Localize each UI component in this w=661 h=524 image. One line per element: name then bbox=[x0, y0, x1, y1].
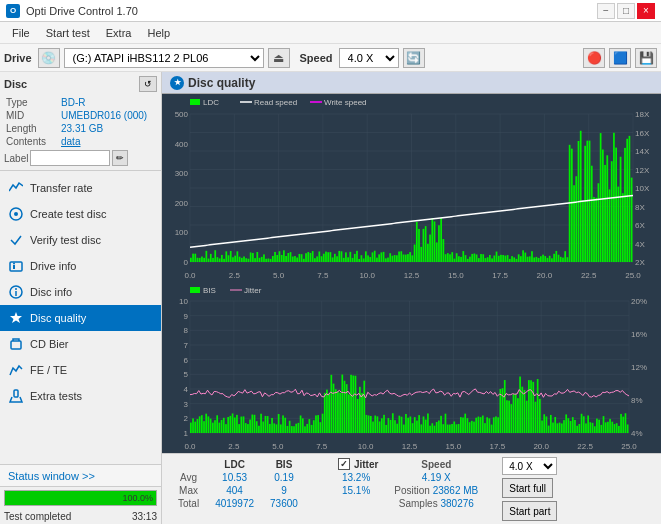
window-controls: − □ × bbox=[597, 3, 655, 19]
drive-label: Drive bbox=[4, 52, 32, 64]
svg-rect-9 bbox=[11, 341, 21, 349]
samples-section: Samples 380276 bbox=[386, 497, 486, 510]
disc-mid-value: UMEBDR016 (000) bbox=[59, 109, 157, 122]
disc-length-label: Length bbox=[4, 122, 59, 135]
maximize-button[interactable]: □ bbox=[617, 3, 635, 19]
sidebar-item-cd-bier[interactable]: CD Bier bbox=[0, 331, 161, 357]
disc-info-icon bbox=[8, 284, 24, 300]
sidebar-item-create-test-disc[interactable]: Create test disc bbox=[0, 201, 161, 227]
svg-point-1 bbox=[14, 212, 18, 216]
create-test-disc-icon bbox=[8, 206, 24, 222]
stats-table: LDC BIS ✓ Jitter Speed Avg 10.5 bbox=[170, 457, 486, 510]
sidebar-item-extra-tests[interactable]: Extra tests bbox=[0, 383, 161, 409]
sidebar-label-transfer-rate: Transfer rate bbox=[30, 182, 93, 194]
svg-point-4 bbox=[13, 263, 15, 265]
toolbar: Drive 💿 (G:) ATAPI iHBS112 2 PL06 ⏏ Spee… bbox=[0, 44, 661, 72]
pos-section: Position 23862 MB bbox=[386, 484, 486, 497]
disc-table: Type BD-R MID UMEBDR016 (000) Length 23.… bbox=[4, 96, 157, 148]
disc-length-row: Length 23.31 GB bbox=[4, 122, 157, 135]
sidebar-item-drive-info[interactable]: Drive info bbox=[0, 253, 161, 279]
sidebar-item-fe-te[interactable]: FE / TE bbox=[0, 357, 161, 383]
sidebar-label-extra-tests: Extra tests bbox=[30, 390, 82, 402]
jitter-checkbox[interactable]: ✓ bbox=[338, 458, 350, 470]
avg-label: Avg bbox=[170, 471, 207, 484]
refresh-button[interactable]: 🔄 bbox=[403, 48, 425, 68]
disc-quality-header: ★ Disc quality bbox=[162, 72, 661, 94]
fe-te-icon bbox=[8, 362, 24, 378]
app-logo: O bbox=[6, 4, 20, 18]
sidebar-label-cd-bier: CD Bier bbox=[30, 338, 69, 350]
disc-panel: Disc ↺ Type BD-R MID UMEBDR016 (000) Len… bbox=[0, 72, 161, 171]
menu-start-test[interactable]: Start test bbox=[38, 25, 98, 41]
disc-contents-row: Contents data bbox=[4, 135, 157, 148]
label-input[interactable] bbox=[30, 150, 110, 166]
total-label: Total bbox=[170, 497, 207, 510]
title-bar: O Opti Drive Control 1.70 − □ × bbox=[0, 0, 661, 22]
avg-bis: 0.19 bbox=[262, 471, 306, 484]
sidebar-item-disc-quality[interactable]: Disc quality bbox=[0, 305, 161, 331]
stats-header-bis: BIS bbox=[262, 457, 306, 471]
close-button[interactable]: × bbox=[637, 3, 655, 19]
drive-icon-btn[interactable]: 💿 bbox=[38, 48, 60, 68]
disc-mid-row: MID UMEBDR016 (000) bbox=[4, 109, 157, 122]
minimize-button[interactable]: − bbox=[597, 3, 615, 19]
svg-marker-8 bbox=[10, 312, 22, 323]
disc-type-label: Type bbox=[4, 96, 59, 109]
sidebar-item-transfer-rate[interactable]: Transfer rate bbox=[0, 175, 161, 201]
drive-select[interactable]: (G:) ATAPI iHBS112 2 PL06 bbox=[64, 48, 264, 68]
stats-header-speed: Speed bbox=[386, 457, 486, 471]
eject-button[interactable]: ⏏ bbox=[268, 48, 290, 68]
start-full-button[interactable]: Start full bbox=[502, 478, 553, 498]
avg-jitter: 13.2% bbox=[326, 471, 386, 484]
status-bar: Status window >> 100.0% Test completed 3… bbox=[0, 464, 161, 524]
cd-bier-icon bbox=[8, 336, 24, 352]
svg-point-7 bbox=[15, 288, 17, 290]
stats-total-row: Total 4019972 73600 Samples 380276 bbox=[170, 497, 486, 510]
status-window-button[interactable]: Status window >> bbox=[0, 465, 161, 487]
disc-quality-icon bbox=[8, 310, 24, 326]
disc-mid-label: MID bbox=[4, 109, 59, 122]
sidebar-label-create-test-disc: Create test disc bbox=[30, 208, 106, 220]
menu-bar: File Start test Extra Help bbox=[0, 22, 661, 44]
chart2-container bbox=[162, 283, 661, 453]
progress-text: 100.0% bbox=[122, 493, 153, 503]
progress-bar-fill: 100.0% bbox=[5, 491, 156, 505]
speed-select-stats[interactable]: 4.0 X bbox=[502, 457, 557, 475]
label-field-label: Label bbox=[4, 153, 28, 164]
samples-label: Samples bbox=[399, 498, 438, 509]
label-edit-button[interactable]: ✏ bbox=[112, 150, 128, 166]
svg-rect-3 bbox=[13, 265, 15, 269]
jitter-label: Jitter bbox=[354, 459, 378, 470]
right-stats-panel: 4.0 X Start full Start part bbox=[502, 457, 557, 521]
sidebar-label-verify-test-disc: Verify test disc bbox=[30, 234, 101, 246]
toolbar-btn-2[interactable]: 🟦 bbox=[609, 48, 631, 68]
extra-tests-icon bbox=[8, 388, 24, 404]
menu-help[interactable]: Help bbox=[139, 25, 178, 41]
menu-extra[interactable]: Extra bbox=[98, 25, 140, 41]
menu-file[interactable]: File bbox=[4, 25, 38, 41]
sidebar-item-disc-info[interactable]: Disc info bbox=[0, 279, 161, 305]
stats-header-ldc: LDC bbox=[207, 457, 262, 471]
sidebar-label-drive-info: Drive info bbox=[30, 260, 76, 272]
status-message: Test completed bbox=[4, 511, 71, 522]
avg-ldc: 10.53 bbox=[207, 471, 262, 484]
max-ldc: 404 bbox=[207, 484, 262, 497]
svg-rect-2 bbox=[10, 262, 22, 271]
toolbar-btn-1[interactable]: 🔴 bbox=[583, 48, 605, 68]
avg-speed: 4.19 X bbox=[386, 471, 486, 484]
verify-test-disc-icon bbox=[8, 232, 24, 248]
pos-label: Position bbox=[394, 485, 430, 496]
main-content: Disc ↺ Type BD-R MID UMEBDR016 (000) Len… bbox=[0, 72, 661, 524]
disc-refresh-btn[interactable]: ↺ bbox=[139, 76, 157, 92]
status-time: 33:13 bbox=[132, 511, 157, 522]
save-button[interactable]: 💾 bbox=[635, 48, 657, 68]
chart1-canvas bbox=[162, 94, 661, 282]
label-row: Label ✏ bbox=[4, 150, 157, 166]
jitter-section: ✓ Jitter bbox=[338, 458, 378, 470]
speed-select[interactable]: 4.0 X bbox=[339, 48, 399, 68]
start-part-button[interactable]: Start part bbox=[502, 501, 557, 521]
total-bis: 73600 bbox=[262, 497, 306, 510]
sidebar-item-verify-test-disc[interactable]: Verify test disc bbox=[0, 227, 161, 253]
disc-contents-value[interactable]: data bbox=[59, 135, 157, 148]
right-panel: ★ Disc quality LDC BIS bbox=[162, 72, 661, 524]
